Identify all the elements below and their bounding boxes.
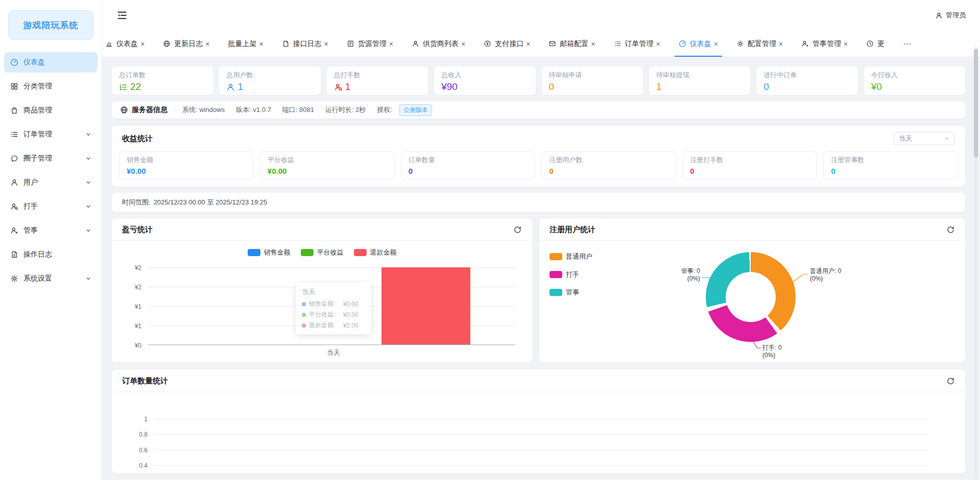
legend-swatch <box>301 249 314 256</box>
shopping-bag-icon <box>10 106 18 115</box>
tab-close-icon[interactable]: × <box>324 40 328 48</box>
tab-supply-management[interactable]: 货源管理× <box>347 31 393 57</box>
gear-icon <box>736 40 744 48</box>
time-range-value: 2025/12/23 00:00 至 2025/12/23 19:25 <box>154 198 268 207</box>
donut-chart: 管事: 0 (0%) 普通用户: 0 (0%) 打手: 0 (0%) <box>539 239 965 362</box>
tab-supplier-list[interactable]: 供货商列表× <box>412 31 465 57</box>
globe-icon <box>163 40 171 48</box>
revenue-cards-row: 销售金额 ¥0.00 平台收益 ¥0.00 订单数量 0 注册用户数 0 <box>112 150 965 179</box>
tooltip-dot <box>302 302 306 306</box>
tab-email-config[interactable]: 邮箱配置× <box>548 31 595 57</box>
tab-close-icon[interactable]: × <box>591 40 595 48</box>
profit-chart-panel: 盈亏统计 销售金额 平台收益 退款金额 ¥2 ¥2 ¥1 ¥1 ¥0 <box>112 218 532 362</box>
scrollbar-thumb[interactable] <box>974 49 978 157</box>
tab-payment-api[interactable]: 支付接口× <box>484 31 530 57</box>
revenue-card-platform-income: 平台收益 ¥0.00 <box>260 151 395 179</box>
vertical-scrollbar[interactable] <box>974 47 978 480</box>
sidebar-item-order-management[interactable]: 订单管理 <box>4 124 98 145</box>
tab-close-icon[interactable]: × <box>389 40 393 48</box>
dashboard-content: 总订单数 22 总用户数 1 总打手数 <box>102 57 980 480</box>
gauge-icon <box>679 40 686 48</box>
stat-card-total-orders: 总订单数 22 <box>112 66 213 95</box>
sidebar-item-label: 系统设置 <box>23 274 52 283</box>
tab-close-icon[interactable]: × <box>140 40 145 48</box>
refresh-icon[interactable] <box>513 225 522 234</box>
tab-dashboard-1[interactable]: 仪表盘× <box>105 31 145 57</box>
stat-card-pending-withdrawals: 待审核提现 1 <box>649 66 750 95</box>
profit-chart-plot: ¥2 ¥2 ¥1 ¥1 ¥0 当天 销售金额: ¥0.00 <box>122 267 518 345</box>
tab-close-icon[interactable]: × <box>844 40 848 48</box>
profit-chart-title: 盈亏统计 <box>122 225 153 235</box>
sidebar-item-operation-logs[interactable]: 操作日志 <box>4 244 98 265</box>
sidebar: 游戏陪玩系统 仪表盘 分类管理 商品管理 订单管理 圈子 <box>0 0 102 480</box>
gear-icon <box>10 275 18 283</box>
sidebar-item-label: 商品管理 <box>23 106 52 115</box>
chevron-down-icon <box>85 203 91 210</box>
refresh-icon[interactable] <box>946 225 955 234</box>
tab-update-logs[interactable]: 更新日志× <box>163 31 209 57</box>
tab-truncated[interactable]: 更 <box>866 31 885 57</box>
stat-card-total-income: 总收入 ¥90 <box>434 66 535 95</box>
sidebar-item-label: 管事 <box>23 226 38 235</box>
app-root: 游戏陪玩系统 仪表盘 分类管理 商品管理 订单管理 圈子 <box>0 0 980 480</box>
donut-callout-stewards: 管事: 0 (0%) <box>681 267 700 283</box>
user-plus-icon <box>801 40 809 48</box>
tab-close-icon[interactable]: × <box>461 40 465 48</box>
revenue-title: 收益统计 <box>122 134 153 144</box>
sidebar-item-dashboard[interactable]: 仪表盘 <box>4 52 98 73</box>
user-icon <box>226 83 235 92</box>
tab-config-management[interactable]: 配置管理× <box>736 31 783 57</box>
period-select[interactable]: 当天 <box>894 132 955 145</box>
user-icon <box>10 178 18 187</box>
legend-swatch <box>248 249 260 256</box>
tab-steward-management[interactable]: 管事管理× <box>801 31 848 57</box>
tab-close-icon[interactable]: × <box>779 40 783 48</box>
tab-close-icon[interactable]: × <box>656 40 660 48</box>
user-icon <box>412 40 419 48</box>
sidebar-item-product-management[interactable]: 商品管理 <box>4 100 98 121</box>
users-chart-title: 注册用户统计 <box>549 225 595 235</box>
stat-card-total-boosters: 总打手数 1 <box>327 66 428 95</box>
tabs-more-button[interactable]: ⋯ <box>903 39 911 49</box>
sidebar-item-label: 仪表盘 <box>23 58 45 67</box>
tab-order-management[interactable]: 订单管理× <box>614 31 660 57</box>
admin-label: 管理员 <box>946 11 966 20</box>
admin-menu[interactable]: 管理员 <box>935 11 966 20</box>
sidebar-item-category-management[interactable]: 分类管理 <box>4 76 98 97</box>
document-icon <box>347 40 354 48</box>
chevron-down-icon <box>944 135 950 142</box>
donut-ring <box>706 252 796 342</box>
collapse-sidebar-icon[interactable] <box>116 10 128 21</box>
tab-batch-listing[interactable]: 批量上架× <box>228 31 263 57</box>
sidebar-item-label: 圈子管理 <box>23 154 52 163</box>
legend-item[interactable]: 销售金额 <box>248 248 291 257</box>
revenue-card-registered-stewards: 注册管事数 0 <box>823 151 958 179</box>
tab-dashboard-2[interactable]: 仪表盘× <box>679 31 718 57</box>
tab-close-icon[interactable]: × <box>259 40 263 48</box>
tab-close-icon[interactable]: × <box>205 40 209 48</box>
server-info-bar: 服务器信息 系统: windows 版本: v1.0.7 端口: 8081 运行… <box>112 101 965 119</box>
period-value: 当天 <box>899 134 912 143</box>
sidebar-item-boosters[interactable]: 打手 <box>4 196 98 217</box>
sidebar-item-label: 操作日志 <box>23 250 52 259</box>
top-header: 管理员 <box>102 0 980 31</box>
revenue-card-registered-users: 注册用户数 0 <box>541 151 676 179</box>
refresh-icon[interactable] <box>946 377 955 385</box>
sidebar-item-system-settings[interactable]: 系统设置 <box>4 268 98 289</box>
ordered-list-icon <box>119 83 128 92</box>
server-uptime: 运行时长: 2秒 <box>325 105 366 115</box>
legend-swatch <box>354 249 367 256</box>
tab-close-icon[interactable]: × <box>526 40 530 48</box>
legend-item[interactable]: 平台收益 <box>301 248 344 257</box>
pay-circle-icon <box>484 40 491 48</box>
sidebar-nav: 仪表盘 分类管理 商品管理 订单管理 圈子管理 <box>4 52 98 289</box>
sidebar-item-users[interactable]: 用户 <box>4 172 98 193</box>
tab-close-icon[interactable]: × <box>714 40 718 48</box>
tab-api-logs[interactable]: 接口日志× <box>282 31 328 57</box>
x-axis-label: 当天 <box>137 348 530 357</box>
server-version: 版本: v1.0.7 <box>236 105 271 115</box>
sidebar-item-stewards[interactable]: 管事 <box>4 220 98 241</box>
chevron-down-icon <box>85 227 91 234</box>
legend-item[interactable]: 退款金额 <box>354 248 397 257</box>
sidebar-item-circle-management[interactable]: 圈子管理 <box>4 148 98 169</box>
